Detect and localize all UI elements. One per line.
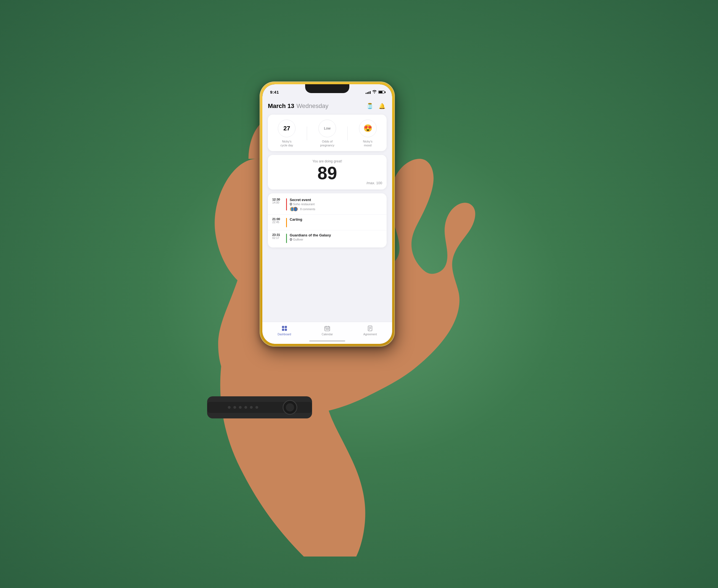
cycle-day-value: 27 [283, 125, 290, 132]
notification-icon[interactable]: 🔔 [377, 101, 387, 111]
signal-bar-1 [366, 93, 366, 94]
dashboard-icon [281, 325, 288, 332]
event-item-2[interactable]: 21:00 22:45 Carting [268, 215, 387, 230]
signal-bar-4 [370, 91, 371, 94]
nav-item-dashboard[interactable]: Dashboard [277, 325, 291, 336]
calendar-icon [324, 325, 331, 332]
score-value: 89 [317, 164, 337, 182]
event-2-time: 21:00 22:45 [272, 217, 283, 224]
event-3-end: 02:17 [272, 236, 283, 239]
stat-divider-2 [347, 126, 348, 140]
score-label: You are doing great! [312, 159, 342, 163]
cycle-day-label: Nicky's cycle day [280, 140, 293, 147]
event-3-start: 23:31 [272, 233, 283, 236]
event-1-end: 14:00 [272, 201, 283, 204]
event-2-end: 22:45 [272, 221, 283, 224]
event-1-content: Secret event Soho restaurant 👤 👤 [290, 198, 382, 212]
event-2-accent [286, 218, 287, 227]
status-icons [366, 90, 384, 94]
event-1-location: Soho restaurant [290, 203, 382, 206]
event-1-meta: 👤 👤 8 comments [290, 207, 382, 212]
mood-circle: 😍 [359, 120, 377, 137]
event-2-content: Carting [290, 217, 382, 222]
event-item-1[interactable]: 12:30 14:00 Secret event Soho restaurant [268, 195, 387, 215]
header: March 13 Wednesday 🫙 🔔 [268, 98, 387, 114]
event-2-title: Carting [290, 217, 382, 222]
phone-notch [305, 84, 349, 93]
svg-rect-19 [327, 329, 328, 330]
stats-card: 27 Nicky's cycle day [268, 114, 387, 151]
events-card: 12:30 14:00 Secret event Soho restaurant [268, 193, 387, 248]
event-1-start: 12:30 [272, 198, 283, 201]
header-icons: 🫙 🔔 [365, 101, 387, 111]
stat-divider-1 [307, 126, 307, 140]
mood-label: Nicky's mood [363, 140, 373, 147]
svg-point-9 [286, 403, 294, 412]
agreement-label: Agreement [363, 333, 377, 336]
header-date-main: March 13 [268, 103, 294, 110]
svg-point-4 [239, 406, 241, 409]
svg-point-3 [233, 406, 236, 409]
odds-circle: Low [318, 120, 336, 137]
event-3-time: 23:31 02:17 [272, 233, 283, 239]
svg-rect-10 [282, 326, 284, 328]
stat-cycle-day[interactable]: 27 Nicky's cycle day [278, 120, 295, 147]
avatar-2: 👤 [293, 207, 298, 212]
phone-screen: 9:41 [262, 84, 392, 344]
stats-row: 27 Nicky's cycle day [272, 120, 382, 147]
signal-bar-2 [367, 92, 368, 94]
svg-point-6 [250, 406, 253, 409]
svg-rect-11 [285, 326, 287, 328]
event-1-avatars: 👤 👤 [290, 207, 296, 212]
nav-item-agreement[interactable]: Agreement [363, 325, 377, 336]
status-time: 9:41 [270, 90, 279, 94]
event-1-time: 12:30 14:00 [272, 198, 283, 204]
svg-point-7 [255, 406, 258, 409]
stat-mood[interactable]: 😍 Nicky's mood [359, 120, 377, 147]
signal-bars-icon [366, 90, 371, 94]
header-date-day: Wednesday [296, 103, 328, 110]
screen-content: March 13 Wednesday 🫙 🔔 [262, 98, 392, 344]
scene: 9:41 [180, 32, 538, 556]
stat-odds-pregnancy[interactable]: Low Odds of pregnancy [318, 120, 336, 147]
dashboard-label: Dashboard [277, 333, 291, 336]
score-max: /max. 100 [366, 181, 382, 185]
event-3-accent [286, 234, 287, 243]
battery-icon [378, 90, 384, 93]
event-1-accent [286, 198, 287, 210]
signal-bar-3 [368, 92, 369, 94]
event-1-title: Secret event [290, 198, 382, 202]
cycle-day-circle: 27 [278, 120, 295, 137]
header-date: March 13 Wednesday [268, 103, 328, 110]
svg-point-5 [245, 406, 247, 409]
score-card[interactable]: You are doing great! 89 /max. 100 [268, 155, 387, 189]
svg-rect-13 [285, 329, 287, 331]
home-indicator [309, 340, 345, 342]
event-1-comments: 8 comments [300, 208, 315, 211]
mood-value: 😍 [363, 124, 372, 132]
phone-device: 9:41 [259, 82, 395, 346]
event-3-content: Guardians of the Galaxy Gulliver [290, 233, 382, 242]
event-3-location: Gulliver [290, 238, 382, 241]
event-3-title: Guardians of the Galaxy [290, 233, 382, 237]
odds-value: Low [324, 126, 331, 130]
svg-point-2 [228, 406, 231, 409]
odds-label: Odds of pregnancy [320, 140, 334, 147]
svg-rect-20 [328, 329, 329, 330]
nav-item-calendar[interactable]: Calendar [322, 325, 333, 336]
wifi-icon [372, 90, 377, 94]
jar-icon[interactable]: 🫙 [365, 101, 375, 111]
agreement-icon [366, 325, 374, 332]
calendar-label: Calendar [322, 333, 333, 336]
event-item-3[interactable]: 23:31 02:17 Guardians of the Galaxy Gull… [268, 230, 387, 246]
svg-rect-18 [326, 329, 327, 330]
event-2-start: 21:00 [272, 217, 283, 221]
svg-rect-12 [282, 329, 284, 331]
